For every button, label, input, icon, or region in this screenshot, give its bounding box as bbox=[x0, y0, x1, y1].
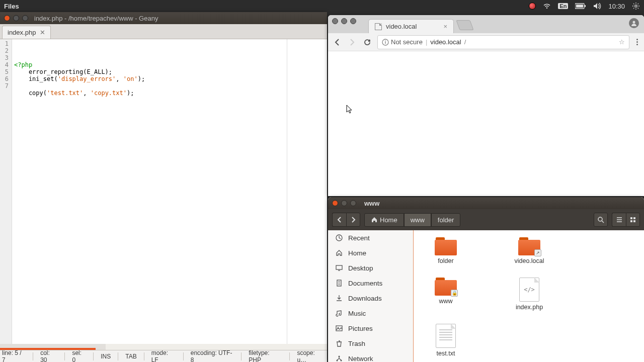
status-tab: TAB bbox=[125, 353, 136, 360]
svg-point-8 bbox=[598, 217, 602, 221]
geany-statusbar: line: 5 / 7 col: 30 sel: 0 INS TAB mode:… bbox=[0, 350, 327, 362]
crumb-home[interactable]: Home bbox=[364, 213, 404, 227]
svg-point-3 bbox=[635, 5, 637, 7]
address-bar[interactable]: Not secure | video.local/ ☆ bbox=[377, 35, 629, 49]
sidebar-item-recent[interactable]: Recent bbox=[328, 230, 413, 245]
minimize-button[interactable] bbox=[341, 200, 347, 206]
tab-close-icon[interactable]: ✕ bbox=[40, 29, 45, 36]
file-label: video.local bbox=[514, 257, 544, 264]
svg-rect-9 bbox=[630, 217, 632, 219]
status-scope: scope: u… bbox=[297, 349, 325, 363]
browser-tab[interactable]: video.local × bbox=[368, 19, 454, 33]
svg-point-6 bbox=[385, 40, 386, 41]
forward-button[interactable] bbox=[347, 37, 357, 47]
nav-back-button[interactable] bbox=[332, 213, 346, 227]
code-area[interactable]: <?php error_reporting(E_ALL); ini_set('d… bbox=[12, 39, 327, 350]
file-item[interactable]: ↗video.local bbox=[509, 237, 549, 264]
file-item[interactable]: 🔒www bbox=[426, 278, 466, 311]
gear-icon[interactable] bbox=[632, 2, 640, 10]
browser-viewport[interactable] bbox=[328, 51, 644, 196]
menu-button[interactable] bbox=[634, 37, 640, 47]
close-button[interactable] bbox=[4, 15, 10, 21]
chrome-toolbar: Not secure | video.local/ ☆ bbox=[328, 33, 644, 51]
search-button[interactable] bbox=[594, 213, 608, 227]
url-path: / bbox=[464, 38, 466, 46]
folder-link-icon: ↗ bbox=[518, 237, 540, 255]
svg-rect-1 bbox=[576, 5, 583, 8]
chrome-window-controls bbox=[332, 18, 356, 24]
sidebar-item-network[interactable]: Network bbox=[328, 351, 413, 362]
svg-rect-2 bbox=[585, 5, 586, 7]
sidebar-item-trash[interactable]: Trash bbox=[328, 336, 413, 351]
geany-titlebar[interactable]: index.php - /home/trepachev/www - Geany bbox=[0, 12, 327, 24]
sidebar-item-pictures[interactable]: Pictures bbox=[328, 321, 413, 336]
document-tabs: index.php ✕ bbox=[0, 24, 327, 39]
sidebar-item-desktop[interactable]: Desktop bbox=[328, 260, 413, 276]
file-item[interactable]: folder bbox=[426, 237, 466, 264]
text-file-icon bbox=[436, 324, 456, 348]
margin-guide bbox=[287, 39, 287, 350]
page-icon bbox=[375, 23, 382, 30]
security-indicator[interactable]: Not secure bbox=[382, 38, 423, 46]
tab-close-icon[interactable]: × bbox=[443, 23, 447, 30]
sidebar-item-music[interactable]: Music bbox=[328, 306, 413, 321]
svg-rect-12 bbox=[633, 220, 635, 222]
svg-rect-7 bbox=[385, 42, 385, 44]
editor-area[interactable]: 1234567 <?php error_reporting(E_ALL); in… bbox=[0, 39, 327, 350]
svg-rect-11 bbox=[630, 220, 632, 222]
file-label: folder bbox=[438, 257, 453, 264]
chrome-window: video.local × Not secure | video.local/ … bbox=[328, 15, 644, 196]
grid-view-button[interactable] bbox=[626, 213, 640, 227]
back-button[interactable] bbox=[332, 37, 342, 47]
sidebar-item-home[interactable]: Home bbox=[328, 245, 413, 260]
list-view-button[interactable] bbox=[612, 213, 626, 227]
profile-button[interactable] bbox=[629, 18, 639, 28]
close-button[interactable] bbox=[332, 18, 338, 24]
maximize-button[interactable] bbox=[350, 18, 356, 24]
lang-indicator[interactable]: En bbox=[558, 3, 568, 9]
home-icon bbox=[371, 216, 378, 223]
crumb-www[interactable]: www bbox=[404, 213, 431, 227]
record-icon[interactable] bbox=[529, 3, 536, 10]
sidebar-item-documents[interactable]: Documents bbox=[328, 276, 413, 291]
wifi-icon[interactable] bbox=[543, 3, 551, 10]
panel-app-title: Files bbox=[4, 3, 19, 10]
maximize-button[interactable] bbox=[350, 200, 356, 206]
tab-title: video.local bbox=[386, 23, 417, 30]
nautilus-body: RecentHomeDesktopDocumentsDownloadsMusic… bbox=[328, 230, 644, 362]
clock[interactable]: 10:30 bbox=[608, 3, 625, 10]
sidebar-item-downloads[interactable]: Downloads bbox=[328, 291, 413, 306]
document-tab[interactable]: index.php ✕ bbox=[2, 26, 51, 39]
panel-indicators: En 10:30 bbox=[529, 2, 640, 10]
nautilus-content[interactable]: folder↗video.local🔒www</>index.phptest.t… bbox=[414, 230, 644, 362]
svg-rect-14 bbox=[336, 265, 342, 269]
svg-point-4 bbox=[633, 21, 635, 24]
minimize-button[interactable] bbox=[341, 18, 347, 24]
battery-icon[interactable] bbox=[575, 3, 586, 9]
folder-icon bbox=[435, 237, 457, 255]
breadcrumb: Home www folder bbox=[364, 213, 460, 227]
crumb-folder[interactable]: folder bbox=[431, 213, 461, 227]
bookmark-icon[interactable]: ☆ bbox=[619, 38, 625, 46]
file-item[interactable]: </>index.php bbox=[509, 278, 549, 311]
hscroll-accent bbox=[0, 348, 96, 350]
geany-title: index.php - /home/trepachev/www - Geany bbox=[34, 15, 158, 22]
reload-button[interactable] bbox=[362, 37, 372, 47]
network-icon bbox=[335, 354, 343, 362]
volume-icon[interactable] bbox=[593, 3, 601, 10]
chrome-tabbar: video.local × bbox=[328, 15, 644, 33]
maximize-button[interactable] bbox=[22, 15, 28, 21]
status-mode: mode: LF bbox=[151, 349, 176, 363]
nav-forward-button[interactable] bbox=[346, 213, 360, 227]
new-tab-button[interactable] bbox=[456, 20, 473, 30]
file-label: index.php bbox=[516, 304, 543, 311]
recent-icon bbox=[335, 234, 343, 242]
close-button[interactable] bbox=[332, 200, 338, 206]
status-encoding: encoding: UTF-8 bbox=[191, 349, 234, 363]
nautilus-titlebar[interactable]: www bbox=[328, 197, 644, 209]
status-filetype: filetype: PHP bbox=[249, 349, 282, 363]
file-item[interactable]: test.txt bbox=[426, 324, 466, 357]
trash-icon bbox=[335, 339, 343, 347]
line-gutter: 1234567 bbox=[0, 39, 12, 350]
minimize-button[interactable] bbox=[13, 15, 19, 21]
